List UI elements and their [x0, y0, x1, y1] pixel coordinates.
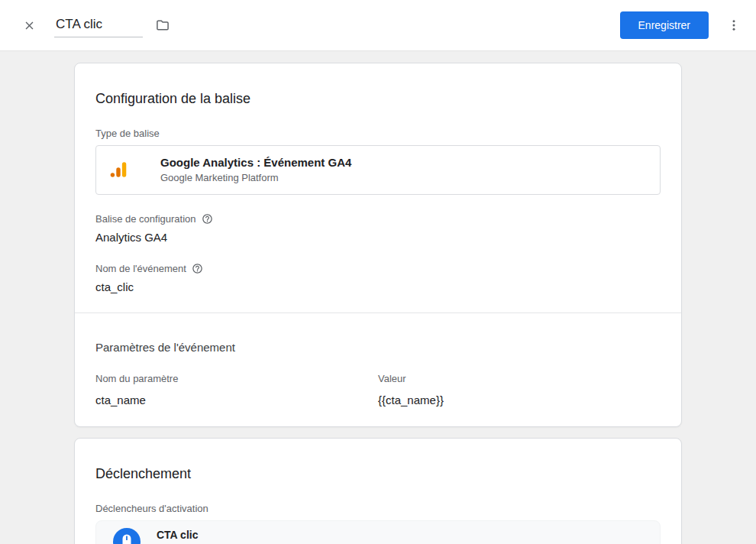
tag-configuration-card: Configuration de la balise Type de balis…	[74, 63, 682, 427]
trigger-card-title: Déclenchement	[95, 450, 661, 482]
help-icon[interactable]	[192, 263, 203, 274]
tag-name-input[interactable]	[54, 14, 143, 37]
event-parameters-table: Nom du paramètre Valeur cta_name {{cta_n…	[95, 373, 661, 426]
kebab-glyph	[727, 18, 741, 32]
trigger-section: Déclenchement Déclencheurs d'activation …	[75, 450, 681, 544]
close-icon[interactable]	[20, 16, 39, 35]
google-analytics-icon	[108, 160, 128, 180]
tag-configuration-title: Configuration de la balise	[95, 75, 661, 107]
help-icon[interactable]	[202, 213, 213, 225]
close-x-glyph	[23, 19, 36, 32]
help-glyph	[202, 213, 213, 225]
tag-type-name: Google Analytics : Événement GA4	[160, 156, 351, 169]
firing-triggers-label: Déclencheurs d'activation	[95, 503, 661, 514]
config-tag-label-text: Balise de configuration	[95, 213, 196, 225]
event-name-value: cta_clic	[95, 280, 661, 293]
click-trigger-icon	[113, 528, 141, 544]
folder-icon[interactable]	[152, 15, 173, 36]
main-content: Configuration de la balise Type de balis…	[0, 51, 756, 544]
param-name-header: Nom du paramètre	[95, 373, 378, 384]
kebab-menu-icon[interactable]	[724, 15, 744, 35]
folder-glyph	[155, 18, 170, 33]
tag-type-selector[interactable]: Google Analytics : Événement GA4 Google …	[95, 145, 661, 195]
tag-type-label: Type de balise	[95, 128, 661, 139]
trigger-row[interactable]: CTA clic Tous les éléments	[95, 520, 661, 544]
trigger-name: CTA clic	[157, 529, 236, 541]
topbar: Enregistrer	[0, 0, 756, 51]
param-value-header: Valeur	[378, 373, 661, 384]
section-divider	[75, 312, 681, 313]
save-button[interactable]: Enregistrer	[620, 11, 709, 39]
event-parameters-title: Paramètres de l'événement	[95, 325, 661, 354]
trigger-card: Déclenchement Déclencheurs d'activation …	[74, 438, 682, 544]
param-name-cell: cta_name	[95, 393, 378, 406]
help-glyph	[192, 263, 203, 274]
config-tag-value: Analytics GA4	[95, 231, 661, 244]
tag-configuration-section: Configuration de la balise Type de balis…	[75, 75, 681, 293]
tag-type-platform: Google Marketing Platform	[160, 172, 351, 183]
event-parameters-section: Paramètres de l'événement Nom du paramèt…	[75, 325, 681, 426]
event-name-label-text: Nom de l'événement	[95, 263, 186, 274]
config-tag-label: Balise de configuration	[95, 213, 661, 225]
trigger-text: CTA clic Tous les éléments	[157, 529, 236, 544]
event-name-label: Nom de l'événement	[95, 263, 661, 274]
param-value-cell: {{cta_name}}	[378, 393, 661, 406]
tag-type-text: Google Analytics : Événement GA4 Google …	[160, 156, 351, 183]
